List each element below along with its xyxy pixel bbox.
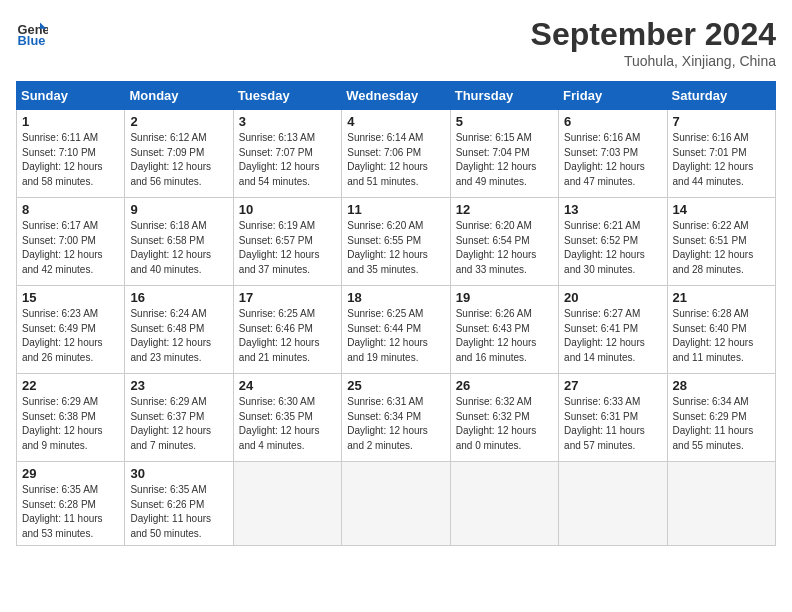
title-block: September 2024 Tuohula, Xinjiang, China	[531, 16, 776, 69]
cell-details: Sunrise: 6:14 AMSunset: 7:06 PMDaylight:…	[347, 131, 444, 189]
cell-details: Sunrise: 6:17 AMSunset: 7:00 PMDaylight:…	[22, 219, 119, 277]
calendar-cell: 19Sunrise: 6:26 AMSunset: 6:43 PMDayligh…	[450, 286, 558, 374]
day-number: 25	[347, 378, 444, 393]
calendar-table: SundayMondayTuesdayWednesdayThursdayFrid…	[16, 81, 776, 546]
cell-details: Sunrise: 6:27 AMSunset: 6:41 PMDaylight:…	[564, 307, 661, 365]
calendar-cell: 4Sunrise: 6:14 AMSunset: 7:06 PMDaylight…	[342, 110, 450, 198]
cell-details: Sunrise: 6:15 AMSunset: 7:04 PMDaylight:…	[456, 131, 553, 189]
calendar-cell	[667, 462, 775, 546]
calendar-cell	[342, 462, 450, 546]
logo: General Blue	[16, 16, 48, 48]
day-number: 18	[347, 290, 444, 305]
day-number: 15	[22, 290, 119, 305]
calendar-cell: 13Sunrise: 6:21 AMSunset: 6:52 PMDayligh…	[559, 198, 667, 286]
calendar-cell: 28Sunrise: 6:34 AMSunset: 6:29 PMDayligh…	[667, 374, 775, 462]
calendar-cell	[450, 462, 558, 546]
calendar-cell: 10Sunrise: 6:19 AMSunset: 6:57 PMDayligh…	[233, 198, 341, 286]
weekday-header-tuesday: Tuesday	[233, 82, 341, 110]
day-number: 2	[130, 114, 227, 129]
calendar-cell: 27Sunrise: 6:33 AMSunset: 6:31 PMDayligh…	[559, 374, 667, 462]
calendar-cell: 11Sunrise: 6:20 AMSunset: 6:55 PMDayligh…	[342, 198, 450, 286]
calendar-cell: 29Sunrise: 6:35 AMSunset: 6:28 PMDayligh…	[17, 462, 125, 546]
day-number: 11	[347, 202, 444, 217]
calendar-cell: 5Sunrise: 6:15 AMSunset: 7:04 PMDaylight…	[450, 110, 558, 198]
day-number: 10	[239, 202, 336, 217]
calendar-cell: 25Sunrise: 6:31 AMSunset: 6:34 PMDayligh…	[342, 374, 450, 462]
svg-text:Blue: Blue	[18, 33, 46, 48]
cell-details: Sunrise: 6:35 AMSunset: 6:26 PMDaylight:…	[130, 483, 227, 541]
day-number: 24	[239, 378, 336, 393]
calendar-cell: 18Sunrise: 6:25 AMSunset: 6:44 PMDayligh…	[342, 286, 450, 374]
cell-details: Sunrise: 6:13 AMSunset: 7:07 PMDaylight:…	[239, 131, 336, 189]
day-number: 20	[564, 290, 661, 305]
day-number: 7	[673, 114, 770, 129]
day-number: 30	[130, 466, 227, 481]
day-number: 17	[239, 290, 336, 305]
calendar-cell: 8Sunrise: 6:17 AMSunset: 7:00 PMDaylight…	[17, 198, 125, 286]
cell-details: Sunrise: 6:20 AMSunset: 6:54 PMDaylight:…	[456, 219, 553, 277]
calendar-cell: 15Sunrise: 6:23 AMSunset: 6:49 PMDayligh…	[17, 286, 125, 374]
calendar-cell	[233, 462, 341, 546]
weekday-header-thursday: Thursday	[450, 82, 558, 110]
cell-details: Sunrise: 6:18 AMSunset: 6:58 PMDaylight:…	[130, 219, 227, 277]
day-number: 29	[22, 466, 119, 481]
day-number: 9	[130, 202, 227, 217]
cell-details: Sunrise: 6:19 AMSunset: 6:57 PMDaylight:…	[239, 219, 336, 277]
day-number: 26	[456, 378, 553, 393]
calendar-cell: 30Sunrise: 6:35 AMSunset: 6:26 PMDayligh…	[125, 462, 233, 546]
day-number: 19	[456, 290, 553, 305]
cell-details: Sunrise: 6:25 AMSunset: 6:44 PMDaylight:…	[347, 307, 444, 365]
calendar-cell: 14Sunrise: 6:22 AMSunset: 6:51 PMDayligh…	[667, 198, 775, 286]
day-number: 13	[564, 202, 661, 217]
calendar-cell: 17Sunrise: 6:25 AMSunset: 6:46 PMDayligh…	[233, 286, 341, 374]
calendar-cell: 21Sunrise: 6:28 AMSunset: 6:40 PMDayligh…	[667, 286, 775, 374]
calendar-cell: 12Sunrise: 6:20 AMSunset: 6:54 PMDayligh…	[450, 198, 558, 286]
calendar-cell: 2Sunrise: 6:12 AMSunset: 7:09 PMDaylight…	[125, 110, 233, 198]
month-title: September 2024	[531, 16, 776, 53]
day-number: 22	[22, 378, 119, 393]
cell-details: Sunrise: 6:35 AMSunset: 6:28 PMDaylight:…	[22, 483, 119, 541]
day-number: 3	[239, 114, 336, 129]
cell-details: Sunrise: 6:30 AMSunset: 6:35 PMDaylight:…	[239, 395, 336, 453]
logo-icon: General Blue	[16, 16, 48, 48]
location-subtitle: Tuohula, Xinjiang, China	[531, 53, 776, 69]
calendar-cell: 16Sunrise: 6:24 AMSunset: 6:48 PMDayligh…	[125, 286, 233, 374]
cell-details: Sunrise: 6:23 AMSunset: 6:49 PMDaylight:…	[22, 307, 119, 365]
day-number: 4	[347, 114, 444, 129]
calendar-cell: 6Sunrise: 6:16 AMSunset: 7:03 PMDaylight…	[559, 110, 667, 198]
cell-details: Sunrise: 6:26 AMSunset: 6:43 PMDaylight:…	[456, 307, 553, 365]
weekday-header-friday: Friday	[559, 82, 667, 110]
day-number: 12	[456, 202, 553, 217]
cell-details: Sunrise: 6:25 AMSunset: 6:46 PMDaylight:…	[239, 307, 336, 365]
cell-details: Sunrise: 6:29 AMSunset: 6:38 PMDaylight:…	[22, 395, 119, 453]
weekday-header-wednesday: Wednesday	[342, 82, 450, 110]
calendar-cell: 26Sunrise: 6:32 AMSunset: 6:32 PMDayligh…	[450, 374, 558, 462]
day-number: 14	[673, 202, 770, 217]
calendar-cell: 7Sunrise: 6:16 AMSunset: 7:01 PMDaylight…	[667, 110, 775, 198]
weekday-header-monday: Monday	[125, 82, 233, 110]
cell-details: Sunrise: 6:28 AMSunset: 6:40 PMDaylight:…	[673, 307, 770, 365]
calendar-cell	[559, 462, 667, 546]
day-number: 8	[22, 202, 119, 217]
cell-details: Sunrise: 6:32 AMSunset: 6:32 PMDaylight:…	[456, 395, 553, 453]
cell-details: Sunrise: 6:24 AMSunset: 6:48 PMDaylight:…	[130, 307, 227, 365]
day-number: 5	[456, 114, 553, 129]
cell-details: Sunrise: 6:11 AMSunset: 7:10 PMDaylight:…	[22, 131, 119, 189]
page-header: General Blue September 2024 Tuohula, Xin…	[16, 16, 776, 69]
calendar-cell: 20Sunrise: 6:27 AMSunset: 6:41 PMDayligh…	[559, 286, 667, 374]
calendar-cell: 24Sunrise: 6:30 AMSunset: 6:35 PMDayligh…	[233, 374, 341, 462]
day-number: 28	[673, 378, 770, 393]
cell-details: Sunrise: 6:22 AMSunset: 6:51 PMDaylight:…	[673, 219, 770, 277]
cell-details: Sunrise: 6:31 AMSunset: 6:34 PMDaylight:…	[347, 395, 444, 453]
calendar-cell: 23Sunrise: 6:29 AMSunset: 6:37 PMDayligh…	[125, 374, 233, 462]
day-number: 16	[130, 290, 227, 305]
cell-details: Sunrise: 6:33 AMSunset: 6:31 PMDaylight:…	[564, 395, 661, 453]
cell-details: Sunrise: 6:21 AMSunset: 6:52 PMDaylight:…	[564, 219, 661, 277]
calendar-cell: 1Sunrise: 6:11 AMSunset: 7:10 PMDaylight…	[17, 110, 125, 198]
calendar-cell: 9Sunrise: 6:18 AMSunset: 6:58 PMDaylight…	[125, 198, 233, 286]
day-number: 23	[130, 378, 227, 393]
cell-details: Sunrise: 6:20 AMSunset: 6:55 PMDaylight:…	[347, 219, 444, 277]
cell-details: Sunrise: 6:34 AMSunset: 6:29 PMDaylight:…	[673, 395, 770, 453]
cell-details: Sunrise: 6:16 AMSunset: 7:03 PMDaylight:…	[564, 131, 661, 189]
weekday-header-sunday: Sunday	[17, 82, 125, 110]
